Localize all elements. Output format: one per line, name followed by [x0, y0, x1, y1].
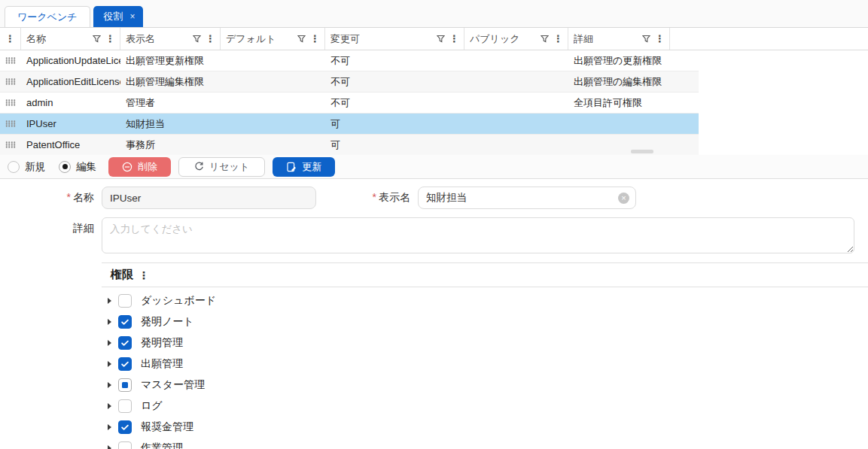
name-field[interactable] [102, 187, 316, 209]
permission-label: 報奨金管理 [141, 420, 193, 434]
permissions-tree: ダッシュボード発明ノート発明管理出願管理マスター管理ログ報奨金管理作業管理 [102, 287, 868, 449]
cell-display-name: 事務所 [120, 135, 221, 155]
drag-handle-icon[interactable] [0, 114, 21, 134]
cell-detail: 全項目許可権限 [568, 93, 670, 113]
column-label: パブリック [470, 32, 520, 46]
permission-label: マスター管理 [141, 378, 205, 392]
filter-icon[interactable] [93, 35, 101, 43]
cell-name: ApplicationUpdateLicense [21, 50, 120, 71]
expand-arrow-icon[interactable] [108, 340, 111, 346]
column-header-display-name[interactable]: 表示名 ⋮ [120, 28, 221, 50]
radio-circle-icon [8, 161, 20, 173]
table-row[interactable]: ApplicationEditLicense出願管理編集権限不可出願管理の編集権… [0, 71, 699, 93]
expand-arrow-icon[interactable] [108, 298, 111, 304]
column-menu-icon[interactable]: ⋮ [105, 33, 115, 44]
drag-handle-icon[interactable] [0, 50, 21, 71]
table-row[interactable]: admin管理者不可全項目許可権限 [0, 93, 699, 114]
cell-changeable: 不可 [325, 93, 464, 113]
column-label: デフォルト [226, 32, 276, 46]
expand-arrow-icon[interactable] [108, 382, 111, 388]
permission-checkbox[interactable] [118, 441, 132, 449]
cell-filler [670, 50, 699, 71]
column-header-default[interactable]: デフォルト ⋮ [221, 28, 325, 50]
drag-handle-icon[interactable] [0, 71, 21, 92]
column-header-name[interactable]: 名称 ⋮ [21, 28, 120, 50]
filter-icon[interactable] [437, 35, 445, 43]
radio-edit[interactable]: 編集 [59, 160, 96, 174]
column-menu-icon[interactable]: ⋮ [553, 33, 563, 44]
kebab-menu-icon[interactable]: ⋮ [5, 33, 15, 44]
clear-icon[interactable]: × [618, 193, 629, 204]
column-menu-icon[interactable]: ⋮ [310, 33, 320, 44]
column-label: 表示名 [126, 32, 155, 46]
display-name-wrap: × [418, 187, 636, 209]
permission-item: 出願管理 [102, 353, 868, 375]
cell-display-name: 知財担当 [120, 114, 221, 134]
save-edit-icon [286, 162, 297, 172]
grid-header: ⋮ 名称 ⋮ 表示名 ⋮ デフォルト ⋮ 変更可 ⋮ パブリック ⋮ 詳細 [0, 28, 868, 50]
permission-checkbox[interactable] [118, 378, 132, 392]
permission-checkbox[interactable] [118, 420, 132, 434]
expand-arrow-icon[interactable] [108, 319, 111, 325]
grid-header-menu[interactable]: ⋮ [0, 28, 21, 50]
permission-checkbox[interactable] [118, 336, 132, 350]
role-admin-window: ワークベンチ 役割 × ⋮ 名称 ⋮ 表示名 ⋮ デフォルト ⋮ 変更可 [0, 0, 868, 449]
permission-label: 発明ノート [141, 315, 194, 329]
tab-workbench[interactable]: ワークベンチ [5, 6, 90, 27]
tab-role[interactable]: 役割 × [93, 6, 143, 27]
detail-field[interactable] [102, 217, 854, 253]
cell-changeable: 不可 [325, 71, 464, 92]
expand-arrow-icon[interactable] [108, 424, 111, 430]
permission-checkbox[interactable] [118, 294, 132, 308]
permission-checkbox[interactable] [118, 357, 132, 371]
filter-icon[interactable] [193, 35, 201, 43]
display-name-field[interactable] [418, 187, 636, 209]
filter-icon[interactable] [297, 35, 306, 43]
column-header-changeable[interactable]: 変更可 ⋮ [325, 28, 464, 50]
cell-display-name: 管理者 [120, 93, 221, 113]
column-label: 変更可 [330, 32, 360, 46]
cell-changeable: 不可 [325, 50, 464, 71]
column-menu-icon[interactable]: ⋮ [655, 33, 665, 44]
update-button[interactable]: 更新 [273, 157, 335, 177]
cell-changeable: 可 [325, 135, 464, 155]
reset-button-label: リセット [209, 160, 249, 174]
drag-handle-icon[interactable] [0, 135, 21, 155]
cell-filler [670, 135, 699, 155]
expand-arrow-icon[interactable] [108, 445, 111, 449]
table-row[interactable]: IPUser知財担当可 [0, 114, 699, 135]
cell-name: IPUser [21, 114, 120, 134]
permission-checkbox[interactable] [118, 399, 132, 413]
cell-filler [670, 93, 699, 113]
cell-detail: 出願管理の更新権限 [568, 50, 670, 71]
reset-button[interactable]: リセット [178, 157, 265, 177]
tab-workbench-label: ワークベンチ [17, 11, 78, 24]
table-row[interactable]: PatentOffice事務所可 [0, 135, 699, 155]
permissions-header: 権限 ⋮ [102, 263, 868, 287]
drag-handle-icon[interactable] [0, 93, 21, 113]
radio-new[interactable]: 新規 [8, 160, 45, 174]
filter-icon[interactable] [642, 35, 650, 43]
update-button-label: 更新 [302, 160, 321, 174]
column-header-public[interactable]: パブリック ⋮ [464, 28, 568, 50]
filter-icon[interactable] [541, 35, 549, 43]
expand-arrow-icon[interactable] [108, 403, 111, 409]
permission-checkbox[interactable] [118, 315, 132, 329]
kebab-menu-icon[interactable]: ⋮ [139, 269, 149, 281]
cell-detail [568, 135, 670, 155]
cell-filler [670, 71, 699, 92]
close-icon[interactable]: × [130, 12, 136, 21]
column-header-detail[interactable]: 詳細 ⋮ [568, 28, 670, 50]
horizontal-scrollbar[interactable] [631, 150, 653, 153]
grid-body: ApplicationUpdateLicense出願管理更新権限不可出願管理の更… [0, 50, 699, 155]
cell-default [221, 114, 325, 134]
column-menu-icon[interactable]: ⋮ [449, 33, 459, 44]
delete-button[interactable]: 削除 [108, 157, 171, 177]
column-menu-icon[interactable]: ⋮ [206, 33, 215, 44]
cell-name: PatentOffice [21, 135, 120, 155]
permission-label: 出願管理 [141, 357, 183, 371]
cell-public [464, 93, 568, 113]
permissions-title: 権限 [111, 268, 133, 282]
expand-arrow-icon[interactable] [108, 361, 111, 367]
table-row[interactable]: ApplicationUpdateLicense出願管理更新権限不可出願管理の更… [0, 50, 699, 71]
